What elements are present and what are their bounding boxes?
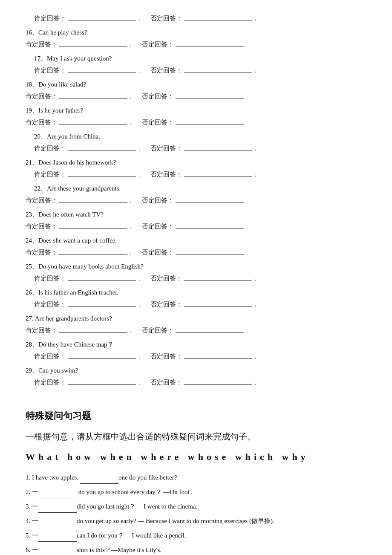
question-text-20: 20、Are you from China. — [26, 131, 366, 142]
affirm-blank-16 — [59, 40, 127, 46]
affirm-label-19: 肯定回答： — [26, 117, 58, 128]
neg-label-25: 否定回答： — [150, 273, 182, 284]
affirm-label-21: 肯定回答： — [34, 169, 66, 180]
affirm-blank-29 — [68, 378, 136, 384]
question-text-16: 16、Can he play chess? — [26, 27, 366, 38]
question-22: 22、Are these your grandparents. 肯定回答： . … — [26, 183, 366, 206]
affirm-label-25: 肯定回答： — [34, 273, 66, 284]
question-top: 肯定回答： . 否定回答： . — [26, 13, 366, 24]
affirm-label-22: 肯定回答： — [26, 195, 58, 206]
affirm-blank-20 — [68, 144, 136, 150]
neg-label-17: 否定回答： — [150, 65, 182, 76]
neg-blank-19 — [176, 118, 244, 124]
affirm-blank-25 — [68, 274, 136, 280]
affirm-blank-27 — [59, 326, 127, 332]
fill-q4: 4. 一do you get up so early? — Because I … — [26, 515, 366, 527]
neg-blank-22 — [176, 196, 244, 202]
question-text-25: 25、Do you have many books about English? — [26, 261, 366, 272]
fill-blank-1 — [80, 477, 118, 484]
neg-label-28: 否定回答： — [150, 351, 182, 362]
neg-blank-29 — [184, 378, 252, 384]
question-text-24: 24、Does she want a cup of coffee. — [26, 235, 366, 246]
question-text-18: 18、Do you like salad? — [26, 79, 366, 90]
question-23: 23、Does he often watch TV? 肯定回答： . 否定回答：… — [26, 209, 366, 232]
question-29: 29、Can you swim? 肯定回答： . 否定回答： . — [26, 365, 366, 388]
neg-label-18: 否定回答： — [142, 91, 174, 102]
question-16: 16、Can he play chess? 肯定回答： . 否定回答： . — [26, 27, 366, 50]
question-19: 19、Is he your father? 肯定回答： . 否定回答： — [26, 105, 366, 128]
affirm-label-28: 肯定回答： — [34, 351, 66, 362]
section2-title: 特殊疑问句习题 — [26, 410, 366, 422]
affirm-blank-28 — [68, 352, 136, 358]
neg-label-top: 否定回答： — [150, 13, 182, 24]
neg-blank-16 — [176, 40, 244, 46]
neg-label-20: 否定回答： — [150, 143, 182, 154]
question-text-26: 26、Is his father an English teacher. — [26, 287, 366, 298]
affirm-label-26: 肯定回答： — [34, 299, 66, 310]
neg-label-24: 否定回答： — [142, 247, 174, 258]
question-24: 24、Does she want a cup of coffee. 肯定回答： … — [26, 235, 366, 258]
neg-blank-18 — [176, 92, 244, 98]
question-text-28: 28、Do they have Chinese map？ — [26, 339, 366, 350]
neg-blank-23 — [176, 222, 244, 228]
neg-label-21: 否定回答： — [150, 169, 182, 180]
fill-blank-2 — [38, 491, 77, 498]
question-21: 21、Does Jason do his homework? 肯定回答： . 否… — [26, 157, 366, 180]
fill-blank-6 — [38, 549, 77, 555]
affirm-label-16: 肯定回答： — [26, 39, 58, 50]
fill-q1: 1. I have two apples, one do you like be… — [26, 471, 366, 484]
question-text-23: 23、Does he often watch TV? — [26, 209, 366, 220]
question-18: 18、Do you like salad? 肯定回答： . 否定回答： . — [26, 79, 366, 102]
neg-label-23: 否定回答： — [142, 221, 174, 232]
fill-blank-3 — [38, 506, 77, 513]
neg-label-19: 否定回答： — [142, 117, 174, 128]
affirm-label-20: 肯定回答： — [34, 143, 66, 154]
neg-blank-17 — [184, 66, 252, 72]
question-26: 26、Is his father an English teacher. 肯定回… — [26, 287, 366, 310]
affirm-blank-19 — [59, 118, 127, 124]
fill-blank-5 — [38, 535, 77, 542]
affirm-blank-17 — [68, 66, 136, 72]
affirm-label-24: 肯定回答： — [26, 247, 58, 258]
neg-blank-28 — [184, 352, 252, 358]
neg-label-16: 否定回答： — [142, 39, 174, 50]
question-25: 25、Do you have many books about English?… — [26, 261, 366, 284]
neg-label-29: 否定回答： — [150, 377, 182, 388]
affirm-blank-23 — [59, 222, 127, 228]
affirm-blank-22 — [59, 196, 127, 202]
neg-blank-27 — [176, 326, 244, 332]
section2-instruction: 一根据句意，请从方框中选出合适的特殊疑问词来完成句子。 — [26, 429, 366, 444]
neg-label-27: 否定回答： — [142, 325, 174, 336]
question-text-27: 27. Are her grandparents doctors? — [26, 313, 366, 324]
question-17: 17、May I ask your question? 肯定回答： . 否定回答… — [26, 53, 366, 76]
question-text-29: 29、Can you swim? — [26, 365, 366, 376]
affirm-label-29: 肯定回答： — [34, 377, 66, 388]
affirm-blank-top — [68, 14, 136, 20]
neg-blank-top — [184, 14, 252, 20]
neg-blank-26 — [184, 300, 252, 306]
neg-label-22: 否定回答： — [142, 195, 174, 206]
affirm-blank-18 — [59, 92, 127, 98]
question-20: 20、Are you from China. 肯定回答： . 否定回答： . — [26, 131, 366, 154]
fill-q6: 6. 一shirt is this？—Maybe it's Lily's. — [26, 543, 366, 555]
question-text-19: 19、Is he your father? — [26, 105, 366, 116]
neg-blank-20 — [184, 144, 252, 150]
affirm-label-23: 肯定回答： — [26, 221, 58, 232]
question-text-17: 17、May I ask your question? — [26, 53, 366, 64]
fill-q3: 3. 一did you go last night？ —I went to th… — [26, 500, 366, 513]
question-text-21: 21、Does Jason do his homework? — [26, 157, 366, 168]
neg-blank-25 — [184, 274, 252, 280]
fill-blank-4 — [38, 520, 77, 527]
affirm-label-top: 肯定回答： — [34, 13, 66, 24]
fill-q2: 2. 一 do you go to school every day？ —On … — [26, 486, 366, 498]
affirm-blank-21 — [68, 170, 136, 176]
question-28: 28、Do they have Chinese map？ 肯定回答： . 否定回… — [26, 339, 366, 362]
affirm-label-18: 肯定回答： — [26, 91, 58, 102]
neg-blank-24 — [176, 248, 244, 254]
affirm-blank-24 — [59, 248, 127, 254]
neg-blank-21 — [184, 170, 252, 176]
affirm-label-17: 肯定回答： — [34, 65, 66, 76]
question-text-22: 22、Are these your grandparents. — [26, 183, 366, 194]
neg-label-26: 否定回答： — [150, 299, 182, 310]
affirm-label-27: 肯定回答： — [26, 325, 58, 336]
